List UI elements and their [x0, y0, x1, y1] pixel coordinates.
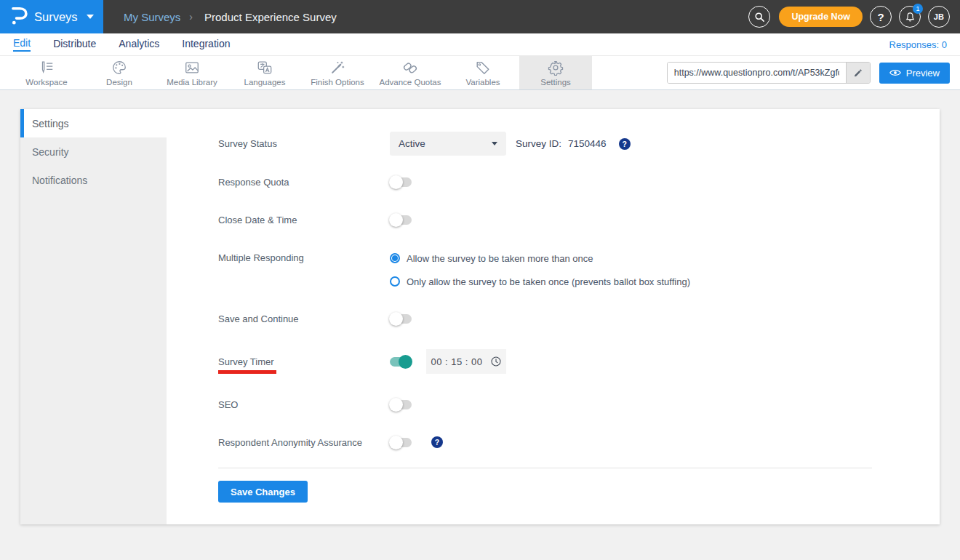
survey-status-select[interactable]: Active [390, 132, 506, 156]
finish-options-icon [329, 60, 345, 76]
survey-url-field [667, 62, 871, 84]
notifications-button[interactable]: 1 [899, 6, 921, 28]
save-changes-button[interactable]: Save Changes [218, 481, 308, 503]
toolbar-item-design[interactable]: Design [83, 56, 156, 89]
save-and-continue-label: Save and Continue [218, 313, 390, 324]
survey-timer-label: Survey Timer [218, 356, 274, 367]
toggle-knob [389, 436, 403, 449]
form-divider [218, 468, 872, 468]
tab-integration[interactable]: Integration [182, 38, 230, 51]
help-icon: ? [877, 11, 884, 23]
tab-distribute[interactable]: Distribute [53, 38, 96, 51]
notification-badge: 1 [913, 4, 923, 14]
chevron-down-icon [492, 142, 497, 145]
survey-nav: Edit Distribute Analytics Integration Re… [0, 33, 960, 55]
advance-quotas-icon [402, 60, 418, 76]
survey-timer-row: Survey Timer 00 : 15 : 00 [218, 349, 872, 374]
question-help-icon[interactable] [431, 436, 443, 448]
toolbar-item-workspace[interactable]: Workspace [10, 56, 83, 89]
topbar-actions: Upgrade Now ? 1 JB [741, 6, 960, 28]
pencil-icon [853, 68, 863, 78]
chevron-down-icon [87, 15, 94, 19]
variables-icon [475, 60, 491, 76]
respondent-anonymity-toggle[interactable] [390, 438, 412, 447]
questionpro-logo [11, 6, 28, 28]
seo-label: SEO [218, 399, 390, 410]
toolbar-item-media-library[interactable]: Media Library [156, 56, 228, 89]
close-date-time-label: Close Date & Time [218, 215, 390, 225]
sidebar-item-notifications[interactable]: Notifications [20, 166, 167, 194]
close-date-time-toggle[interactable] [390, 215, 412, 225]
toggle-knob [389, 312, 403, 326]
avatar[interactable]: JB [928, 6, 950, 28]
response-quota-row: Response Quota [218, 175, 872, 189]
survey-status-label: Survey Status [218, 138, 390, 149]
breadcrumb-separator-icon: › [189, 11, 193, 23]
multiple-responding-row: Multiple Responding Allow the survey to … [218, 250, 872, 289]
toolbar-spacer [592, 56, 667, 89]
seo-row: SEO [218, 397, 872, 412]
survey-status-row: Survey Status Active Survey ID: 7150446 [218, 132, 872, 156]
close-date-time-row: Close Date & Time [218, 212, 872, 227]
survey-status-value: Active [399, 138, 425, 149]
workspace-icon [39, 60, 55, 76]
toggle-knob [399, 355, 412, 369]
survey-id-value: 7150446 [568, 138, 607, 149]
preview-button[interactable]: Preview [879, 63, 950, 84]
survey-timer-value: 00 : 15 : 00 [431, 356, 482, 367]
tab-analytics[interactable]: Analytics [119, 38, 159, 51]
settings-form: Survey Status Active Survey ID: 7150446 … [167, 109, 940, 503]
toolbar-item-languages[interactable]: Languages [228, 56, 301, 89]
breadcrumb-parent[interactable]: My Surveys [124, 11, 180, 23]
toggle-knob [389, 175, 403, 189]
multiple-responding-label: Multiple Responding [218, 250, 390, 266]
survey-url-input[interactable] [668, 63, 846, 83]
search-button[interactable] [748, 6, 770, 28]
sidebar-item-security[interactable]: Security [20, 137, 167, 166]
question-help-icon[interactable] [619, 138, 631, 150]
save-and-continue-toggle[interactable] [390, 314, 412, 324]
radio-selected-icon [390, 253, 400, 263]
media-library-icon [184, 60, 200, 76]
tab-edit[interactable]: Edit [13, 37, 31, 52]
radio-option-once-only[interactable]: Only allow the survey to be taken once (… [390, 273, 690, 289]
settings-card: Settings Security Notifications Survey S… [20, 109, 940, 524]
respondent-anonymity-label: Respondent Anonymity Assurance [218, 437, 390, 448]
page-title: Product Experience Survey [204, 11, 337, 23]
seo-toggle[interactable] [390, 400, 412, 409]
settings-icon [548, 60, 564, 76]
edit-toolbar: Workspace Design Media Library Languages… [0, 55, 960, 90]
bell-icon [905, 12, 916, 23]
survey-timer-toggle[interactable] [390, 357, 412, 367]
toolbar-item-settings[interactable]: Settings [519, 56, 592, 89]
toolbar-item-variables[interactable]: Variables [447, 56, 519, 89]
toolbar-item-finish-options[interactable]: Finish Options [301, 56, 374, 89]
save-and-continue-row: Save and Continue [218, 311, 872, 326]
radio-unselected-icon [390, 276, 400, 287]
toolbar-item-advance-quotas[interactable]: Advance Quotas [374, 56, 447, 89]
toggle-knob [389, 213, 403, 227]
search-icon [754, 12, 765, 23]
edit-url-button[interactable] [846, 63, 870, 83]
product-name: Surveys [34, 10, 78, 24]
avatar-initials: JB [934, 12, 945, 21]
topbar: Surveys My Surveys › Product Experience … [0, 0, 960, 33]
help-button[interactable]: ? [870, 6, 892, 28]
clock-icon [490, 356, 502, 367]
survey-timer-label-wrap: Survey Timer [218, 356, 390, 367]
sidebar-item-settings[interactable]: Settings [20, 109, 167, 137]
eye-icon [889, 68, 901, 77]
radio-option-multiple-allowed[interactable]: Allow the survey to be taken more than o… [390, 250, 690, 266]
product-switcher[interactable]: Surveys [0, 0, 103, 33]
survey-id-label: Survey ID: [516, 138, 561, 149]
multiple-responding-options: Allow the survey to be taken more than o… [390, 250, 690, 289]
survey-timer-input[interactable]: 00 : 15 : 00 [426, 349, 506, 374]
languages-icon [257, 60, 273, 76]
upgrade-now-button[interactable]: Upgrade Now [779, 7, 863, 27]
respondent-anonymity-row: Respondent Anonymity Assurance [218, 435, 872, 449]
toggle-knob [389, 398, 403, 412]
breadcrumb: My Surveys › Product Experience Survey [124, 11, 337, 23]
response-quota-label: Response Quota [218, 177, 390, 188]
settings-sidebar: Settings Security Notifications [20, 109, 167, 524]
response-quota-toggle[interactable] [390, 177, 412, 187]
